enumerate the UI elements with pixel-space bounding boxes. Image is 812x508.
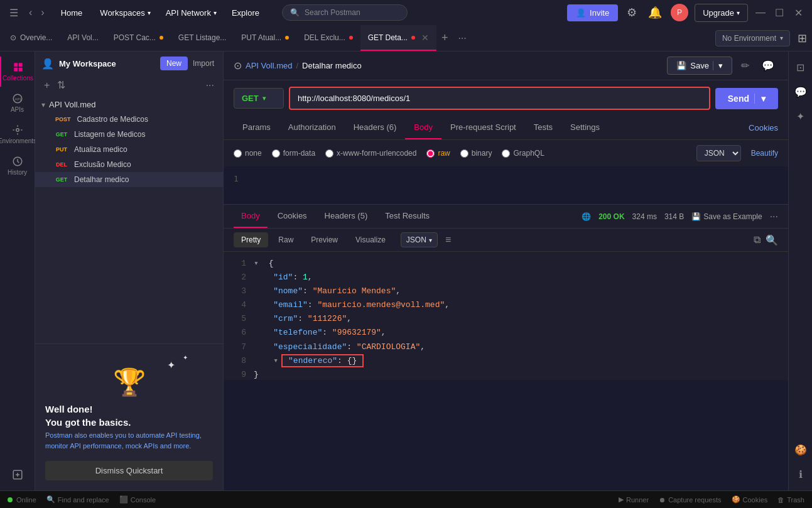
- tab-body[interactable]: Body: [405, 116, 441, 139]
- layout-icon[interactable]: ⊞: [795, 29, 809, 48]
- method-selector[interactable]: GET ▾: [234, 88, 284, 109]
- runner-button[interactable]: ▶ Runner: [619, 495, 649, 504]
- radio-form-data[interactable]: [272, 149, 280, 158]
- response-format-select[interactable]: JSON ▾: [401, 232, 438, 247]
- tab-put-atual[interactable]: PUT Atual...: [234, 25, 296, 51]
- search-response-button[interactable]: 🔍: [766, 234, 778, 246]
- console-button[interactable]: ⬛ Console: [119, 495, 156, 504]
- copy-response-button[interactable]: ⧉: [754, 234, 761, 246]
- invite-button[interactable]: 👤 Invite: [567, 4, 618, 21]
- radio-urlencoded[interactable]: [325, 149, 333, 158]
- comment-sidebar-icon[interactable]: 💬: [792, 81, 809, 103]
- collapse-icon-1[interactable]: ▾: [254, 257, 264, 271]
- tab-del-exclu[interactable]: DEL Exclu...: [296, 25, 360, 51]
- breadcrumb-api-link[interactable]: API Voll.med: [246, 61, 292, 70]
- edit-button[interactable]: ✏: [737, 57, 753, 74]
- right-panel-icon[interactable]: ⊡: [794, 57, 807, 78]
- pretty-tab-visualize[interactable]: Visualize: [348, 232, 393, 247]
- sidebar-item-apis[interactable]: API APIs: [0, 88, 35, 118]
- sidebar-item-history[interactable]: History: [0, 151, 35, 181]
- option-binary[interactable]: binary: [460, 149, 492, 158]
- tab-close-icon[interactable]: ✕: [421, 33, 429, 43]
- tab-overview[interactable]: ⊙ Overvie...: [3, 25, 60, 51]
- radio-none[interactable]: [234, 149, 242, 158]
- tree-item-exclusao[interactable]: DEL Exclusão Medico: [35, 157, 223, 172]
- maximize-button[interactable]: ☐: [773, 6, 786, 19]
- resp-tab-body[interactable]: Body: [234, 205, 268, 228]
- avatar[interactable]: P: [671, 4, 688, 21]
- tree-item-cadastro[interactable]: POST Cadastro de Medicos: [35, 112, 223, 127]
- forward-button[interactable]: ›: [37, 4, 48, 21]
- collection-root-api-vollmed[interactable]: ▾ API Voll.med: [35, 97, 223, 112]
- collapse-icon-8[interactable]: ▾: [273, 354, 283, 368]
- option-form-data[interactable]: form-data: [272, 149, 315, 158]
- tab-params[interactable]: Params: [234, 116, 279, 139]
- workspaces-menu[interactable]: Workspaces ▾: [95, 8, 155, 18]
- cookies-link[interactable]: Cookies: [749, 123, 778, 132]
- tab-headers[interactable]: Headers (6): [345, 116, 406, 139]
- option-raw[interactable]: raw: [426, 149, 450, 158]
- search-bar[interactable]: 🔍 Search Postman: [282, 4, 408, 21]
- tree-item-listagem[interactable]: GET Listagem de Medicos: [35, 127, 223, 142]
- comment-button[interactable]: 💬: [758, 57, 778, 74]
- save-example-button[interactable]: 💾 Save as Example: [691, 212, 762, 221]
- radio-graphql[interactable]: [502, 149, 510, 158]
- dismiss-quickstart-button[interactable]: Dismiss Quickstart: [45, 461, 213, 480]
- pretty-tab-raw[interactable]: Raw: [271, 232, 301, 247]
- option-urlencoded[interactable]: x-www-form-urlencoded: [325, 149, 416, 158]
- back-button[interactable]: ‹: [25, 4, 36, 21]
- info-icon[interactable]: ℹ: [796, 463, 805, 485]
- radio-raw[interactable]: [426, 149, 435, 158]
- find-replace-button[interactable]: 🔍 Find and replace: [46, 495, 109, 504]
- option-none[interactable]: none: [234, 149, 262, 158]
- tab-authorization[interactable]: Authorization: [279, 116, 345, 139]
- tab-api-vol[interactable]: API Vol...: [60, 25, 106, 51]
- save-button[interactable]: 💾 Save ▾: [667, 57, 732, 75]
- pretty-tab-pretty[interactable]: Pretty: [234, 232, 268, 247]
- menu-button[interactable]: ☰: [8, 6, 20, 19]
- request-body-editor[interactable]: 1: [224, 166, 788, 204]
- tab-add-button[interactable]: +: [436, 25, 453, 51]
- send-dropdown-icon[interactable]: ▾: [754, 94, 766, 104]
- more-options-icon[interactable]: ···: [203, 78, 217, 92]
- cookie-sidebar-icon[interactable]: 🍪: [792, 439, 809, 461]
- tree-item-detalhar[interactable]: GET Detalhar medico: [35, 172, 223, 187]
- import-button[interactable]: Import: [190, 58, 217, 69]
- capture-requests-button[interactable]: ⏺ Capture requests: [659, 496, 721, 504]
- pretty-tab-preview[interactable]: Preview: [303, 232, 345, 247]
- tree-item-atualiza[interactable]: PUT Atualiza medico: [35, 142, 223, 157]
- wrap-lines-icon[interactable]: ≡: [445, 234, 451, 246]
- response-more-button[interactable]: ···: [770, 211, 778, 222]
- environment-selector[interactable]: No Environment ▾: [715, 30, 790, 46]
- cookies-status-button[interactable]: 🍪 Cookies: [732, 495, 768, 504]
- magic-icon[interactable]: ✦: [794, 105, 807, 127]
- save-dropdown-icon[interactable]: ▾: [713, 61, 723, 70]
- settings-icon[interactable]: ⚙: [624, 3, 639, 22]
- add-collection-icon[interactable]: +: [41, 78, 52, 92]
- tab-get-deta[interactable]: GET Deta... ✕: [360, 25, 436, 51]
- option-graphql[interactable]: GraphQL: [502, 149, 544, 158]
- url-input[interactable]: [290, 88, 709, 109]
- resp-tab-test-results[interactable]: Test Results: [377, 205, 437, 228]
- tab-tests[interactable]: Tests: [525, 116, 561, 139]
- new-button[interactable]: New: [160, 57, 188, 70]
- send-button[interactable]: Send ▾: [715, 88, 778, 109]
- home-link[interactable]: Home: [53, 8, 90, 18]
- sidebar-item-new[interactable]: [0, 464, 35, 485]
- trash-button[interactable]: 🗑 Trash: [777, 496, 804, 504]
- sidebar-item-environments[interactable]: Environments: [0, 119, 35, 149]
- api-network-menu[interactable]: API Network ▾: [161, 8, 222, 18]
- resp-tab-headers[interactable]: Headers (5): [317, 205, 376, 228]
- close-button[interactable]: ✕: [792, 6, 804, 19]
- notification-icon[interactable]: 🔔: [646, 3, 664, 22]
- tab-get-list[interactable]: GET Listage...: [171, 25, 234, 51]
- tab-post-cad[interactable]: POST Cac...: [106, 25, 171, 51]
- explore-link[interactable]: Explore: [227, 8, 264, 18]
- upgrade-button[interactable]: Upgrade ▾: [695, 4, 748, 22]
- sort-icon[interactable]: ⇅: [55, 78, 68, 92]
- beautify-button[interactable]: Beautify: [751, 149, 778, 158]
- resp-tab-cookies[interactable]: Cookies: [270, 205, 315, 228]
- radio-binary[interactable]: [460, 149, 468, 158]
- tab-settings[interactable]: Settings: [561, 116, 609, 139]
- body-format-select[interactable]: JSON: [696, 145, 741, 161]
